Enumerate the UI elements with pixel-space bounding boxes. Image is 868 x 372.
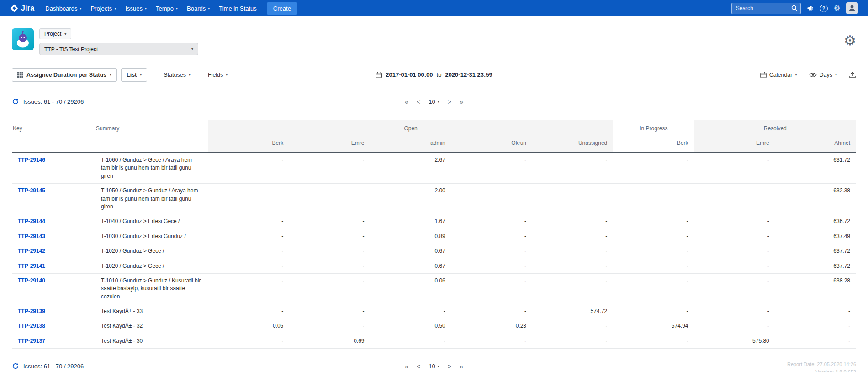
duration-cell: 2.00 bbox=[370, 184, 451, 214]
pagination-first-button[interactable]: « bbox=[405, 98, 408, 106]
duration-cell: - bbox=[694, 229, 775, 244]
page-size-dropdown[interactable]: 10 ▾ bbox=[429, 363, 439, 370]
issue-key-cell: TTP-29142 bbox=[12, 244, 95, 259]
duration-cell: - bbox=[694, 304, 775, 319]
pagination-last-button[interactable]: » bbox=[460, 362, 463, 370]
grid-icon bbox=[17, 72, 23, 78]
duration-cell: - bbox=[370, 334, 451, 348]
search-input[interactable] bbox=[731, 3, 801, 14]
pagination-prev-button[interactable]: < bbox=[417, 363, 420, 370]
chevron-down-icon: ▾ bbox=[79, 6, 81, 11]
date-range-picker[interactable]: 2017-01-01 00:00 to 2020-12-31 23:59 bbox=[376, 71, 492, 78]
duration-cell: 2.67 bbox=[370, 153, 451, 184]
date-to: 2020-12-31 23:59 bbox=[445, 71, 492, 78]
jira-home-link[interactable]: Jira bbox=[10, 4, 34, 12]
issue-summary-cell: T-1020 / Gunduz > Gece / bbox=[95, 244, 208, 259]
nav-item-dashboards[interactable]: Dashboards▾ bbox=[41, 0, 86, 16]
issue-key-link[interactable]: TTP-29138 bbox=[18, 323, 45, 329]
issue-key-link[interactable]: TTP-29144 bbox=[18, 218, 45, 224]
duration-cell: 0.23 bbox=[451, 319, 532, 334]
issue-key-link[interactable]: TTP-29145 bbox=[18, 187, 45, 194]
duration-cell: 0.89 bbox=[370, 229, 451, 244]
help-icon[interactable]: ? bbox=[820, 5, 828, 12]
duration-cell: - bbox=[208, 153, 289, 184]
refresh-button[interactable] bbox=[12, 98, 19, 105]
duration-cell: 0.67 bbox=[370, 244, 451, 259]
issue-key-link[interactable]: TTP-29143 bbox=[18, 233, 45, 239]
column-header-summary[interactable]: Summary bbox=[95, 120, 208, 153]
assignee-column-unassigned[interactable]: Unassigned bbox=[532, 136, 613, 153]
create-button[interactable]: Create bbox=[267, 2, 297, 15]
unit-dropdown[interactable]: Days ▾ bbox=[809, 72, 837, 78]
gear-icon[interactable]: ⚙ bbox=[834, 5, 840, 12]
chevron-down-icon: ▾ bbox=[795, 73, 797, 77]
issue-key-link[interactable]: TTP-29137 bbox=[18, 338, 45, 344]
feedback-megaphone-icon[interactable] bbox=[807, 5, 814, 12]
view-type-button[interactable]: List ▾ bbox=[121, 68, 147, 82]
duration-cell: 574.94 bbox=[613, 319, 694, 334]
nav-menu: Dashboards▾Projects▾Issues▾Tempo▾Boards▾… bbox=[41, 0, 261, 16]
pagination-next-button[interactable]: > bbox=[448, 363, 451, 370]
assignee-column-admin[interactable]: admin bbox=[370, 136, 451, 153]
duration-cell: - bbox=[613, 153, 694, 184]
issues-left: Issues: 61 - 70 / 29206 bbox=[12, 98, 84, 105]
issue-key-link[interactable]: TTP-29141 bbox=[18, 263, 45, 269]
statuses-dropdown[interactable]: Statuses ▾ bbox=[164, 72, 191, 78]
refresh-button[interactable] bbox=[12, 362, 19, 370]
duration-cell: - bbox=[289, 214, 370, 229]
issue-key-cell: TTP-29146 bbox=[12, 153, 95, 184]
issue-key-link[interactable]: TTP-29140 bbox=[18, 277, 45, 284]
issue-key-link[interactable]: TTP-29142 bbox=[18, 248, 45, 254]
duration-cell: 0.06 bbox=[370, 273, 451, 304]
page-size-dropdown[interactable]: 10 ▾ bbox=[429, 98, 439, 105]
assignee-column-emre[interactable]: Emre bbox=[289, 136, 370, 153]
nav-item-projects[interactable]: Projects▾ bbox=[86, 0, 121, 16]
pagination-first-button[interactable]: « bbox=[405, 362, 408, 370]
duration-cell: - bbox=[208, 334, 289, 348]
assignee-column-berk[interactable]: Berk bbox=[208, 136, 289, 153]
status-group-in-progress: In Progress bbox=[613, 120, 694, 136]
issue-row: TTP-29144T-1040 / Gunduz > Ertesi Gece /… bbox=[12, 214, 856, 229]
issue-summary-cell: Test KaydÄ± - 32 bbox=[95, 319, 208, 334]
nav-item-tempo[interactable]: Tempo▾ bbox=[151, 0, 182, 16]
duration-cell: - bbox=[694, 153, 775, 184]
duration-cell: 574.72 bbox=[532, 304, 613, 319]
assignee-column-berk[interactable]: Berk bbox=[613, 136, 694, 153]
issue-key-link[interactable]: TTP-29146 bbox=[18, 157, 45, 163]
fields-dropdown[interactable]: Fields ▾ bbox=[208, 72, 228, 78]
report-type-button[interactable]: Assignee Duration per Status ▾ bbox=[12, 68, 117, 82]
export-button[interactable] bbox=[849, 71, 856, 79]
chevron-down-icon: ▾ bbox=[114, 6, 116, 11]
scope-dropdown-button[interactable]: Project ▾ bbox=[39, 28, 71, 39]
user-avatar[interactable] bbox=[846, 2, 858, 14]
nav-item-time-in-status[interactable]: Time in Status bbox=[214, 0, 261, 16]
duration-cell: - bbox=[289, 229, 370, 244]
duration-cell: - bbox=[613, 304, 694, 319]
column-header-key[interactable]: Key bbox=[12, 120, 95, 153]
nav-item-issues[interactable]: Issues▾ bbox=[121, 0, 151, 16]
assignee-column-emre[interactable]: Emre bbox=[694, 136, 775, 153]
project-avatar[interactable] bbox=[12, 28, 34, 50]
report-settings-gear-icon[interactable]: ⚙ bbox=[844, 34, 856, 48]
project-select[interactable]: TTP - TIS Test Project ▾ bbox=[39, 43, 198, 55]
issue-key-cell: TTP-29140 bbox=[12, 273, 95, 304]
duration-cell: 638.28 bbox=[775, 273, 856, 304]
pagination-prev-button[interactable]: < bbox=[417, 98, 420, 106]
pagination-last-button[interactable]: » bbox=[460, 98, 463, 106]
duration-cell: - bbox=[694, 244, 775, 259]
issue-row: TTP-29146T-1060 / Gunduz > Gece / Araya … bbox=[12, 153, 856, 184]
pagination-next-button[interactable]: > bbox=[448, 98, 451, 106]
issue-summary-cell: T-1030 / Gunduz > Ertesi Gunduz / bbox=[95, 229, 208, 244]
chevron-down-icon: ▾ bbox=[438, 364, 439, 368]
nav-item-boards[interactable]: Boards▾ bbox=[182, 0, 214, 16]
duration-cell: - bbox=[775, 334, 856, 348]
issue-key-cell: TTP-29139 bbox=[12, 304, 95, 319]
search-icon[interactable] bbox=[791, 5, 798, 11]
assignee-column-okrun[interactable]: Okrun bbox=[451, 136, 532, 153]
calendar-mode-dropdown[interactable]: Calendar ▾ bbox=[760, 72, 797, 78]
status-group-open: Open bbox=[208, 120, 613, 136]
eye-icon bbox=[809, 72, 817, 78]
duration-cell: 0.50 bbox=[370, 319, 451, 334]
assignee-column-ahmet[interactable]: Ahmet bbox=[775, 136, 856, 153]
issue-key-link[interactable]: TTP-29139 bbox=[18, 308, 45, 314]
